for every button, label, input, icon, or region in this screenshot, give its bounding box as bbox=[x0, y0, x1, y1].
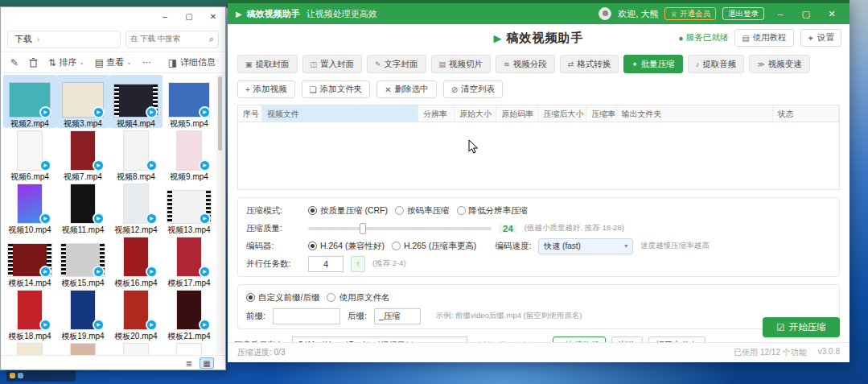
maximize-button[interactable]: ▢ bbox=[177, 7, 201, 27]
maximize-button[interactable]: ▢ bbox=[796, 9, 816, 19]
tab-insert-cover[interactable]: ◫置入封面 bbox=[302, 55, 363, 73]
col-compress-ratio[interactable]: 压缩率 bbox=[586, 105, 616, 122]
file-item[interactable]: ▶ 视频10.mp4 bbox=[3, 181, 56, 234]
file-item[interactable]: ▶ 模板20.mp4 bbox=[109, 287, 162, 341]
parallel-hint: (推荐 2-4) bbox=[372, 258, 406, 269]
delete-selected-button[interactable]: ✕删除选中 bbox=[376, 81, 436, 98]
file-item[interactable]: ▶ bbox=[162, 341, 214, 355]
tab-extract-cover[interactable]: ▣提取封面 bbox=[237, 55, 298, 73]
col-compressed-size[interactable]: 压缩后大小 bbox=[538, 105, 586, 122]
col-resolution[interactable]: 分辨率 bbox=[418, 105, 455, 122]
file-item[interactable]: ▶ 模板14.mp4 bbox=[3, 234, 56, 287]
file-item[interactable]: ▶ 视频9.mp4 bbox=[162, 128, 214, 181]
tab-text-cover[interactable]: ✎文字封面 bbox=[367, 55, 426, 73]
tab-batch-compress[interactable]: ✦批量压缩 bbox=[623, 55, 683, 73]
suffix-input[interactable] bbox=[374, 308, 421, 324]
col-status[interactable]: 状态 bbox=[773, 105, 839, 122]
scrollbar[interactable] bbox=[216, 75, 224, 353]
tab-video-segment[interactable]: ≋视频分段 bbox=[496, 55, 555, 73]
prefix-input[interactable] bbox=[273, 308, 340, 324]
view-menu[interactable]: ▤ 查看 ⌄ bbox=[95, 56, 132, 68]
file-item[interactable]: ▶ bbox=[109, 341, 162, 355]
avatar[interactable] bbox=[599, 7, 611, 20]
close-button[interactable]: ✕ bbox=[201, 7, 225, 27]
stepper-up-icon[interactable]: ↑ bbox=[351, 256, 365, 272]
play-badge-icon: ▶ bbox=[39, 213, 51, 225]
breadcrumb[interactable]: 下载 › bbox=[7, 31, 121, 48]
file-item[interactable]: ▶ 模板17.mp4 bbox=[162, 234, 214, 287]
minimize-button[interactable]: – bbox=[771, 9, 790, 19]
scrollbar-thumb[interactable] bbox=[218, 76, 222, 151]
progress-text: 压缩进度: 0/3 bbox=[237, 347, 285, 358]
tab-video-slice[interactable]: ▤视频切片 bbox=[431, 55, 492, 73]
add-video-button[interactable]: +添加视频 bbox=[237, 81, 295, 98]
guide-button[interactable]: ▤ 使用教程 bbox=[734, 29, 793, 47]
vip-upgrade-button[interactable]: ♕ 开通会员 bbox=[664, 7, 716, 20]
file-item[interactable]: ▶ bbox=[56, 341, 109, 355]
file-item[interactable]: ▶ 视频3.mp4 bbox=[56, 75, 109, 128]
logout-button[interactable]: 退出登录 bbox=[722, 7, 764, 20]
play-badge-icon: ▶ bbox=[146, 319, 158, 331]
tab-format-convert[interactable]: ⇄格式转换 bbox=[560, 55, 619, 73]
file-item[interactable]: ▶ 视频12.mp4 bbox=[109, 181, 162, 234]
col-output-folder[interactable]: 输出文件夹 bbox=[617, 105, 773, 122]
file-item[interactable]: ▶ 视频2.mp4 bbox=[3, 75, 56, 128]
clear-list-button[interactable]: ⊘清空列表 bbox=[443, 81, 503, 98]
quality-slider[interactable] bbox=[308, 227, 492, 230]
file-item[interactable]: ▶ bbox=[3, 341, 56, 355]
details-pane-toggle[interactable]: ◨ 详细信息 bbox=[168, 56, 216, 68]
file-item[interactable]: ▶ 模板18.mp4 bbox=[3, 287, 56, 341]
col-original-size[interactable]: 原始大小 bbox=[455, 105, 496, 122]
col-original-bitrate[interactable]: 原始码率 bbox=[496, 105, 538, 122]
play-badge-icon: ▶ bbox=[199, 106, 211, 118]
thumbnail-view-icon[interactable]: ▦ bbox=[200, 357, 214, 369]
search-placeholder: 在 下载 中搜索 bbox=[130, 34, 180, 44]
col-video-file[interactable]: 视频文件 bbox=[262, 105, 418, 122]
more-menu[interactable]: ⋯ bbox=[142, 57, 151, 68]
tab-extract-audio[interactable]: ♪提取音频 bbox=[688, 55, 745, 73]
close-button[interactable]: ✕ bbox=[822, 9, 841, 19]
video-thumbnail: ▶ bbox=[3, 76, 56, 117]
video-thumbnail: ▶ bbox=[3, 130, 56, 170]
taskbar-weather-widget[interactable] bbox=[6, 370, 76, 382]
start-compress-button[interactable]: ☑ 开始压缩 bbox=[763, 317, 840, 337]
file-item[interactable]: ▶ 模板15.mp4 bbox=[56, 234, 109, 287]
radio-bitrate-mode[interactable]: 按码率压缩 bbox=[395, 205, 450, 217]
radio-original-name[interactable]: 使用原文件名 bbox=[327, 292, 389, 303]
slider-handle[interactable] bbox=[360, 223, 366, 234]
radio-custom-naming[interactable]: 自定义前缀/后缀 bbox=[246, 292, 319, 303]
search-input[interactable]: 在 下载 中搜索 ⌕ bbox=[125, 31, 219, 48]
col-index[interactable]: 序号 bbox=[238, 105, 262, 122]
file-item[interactable]: ▶ 模板16.mp4 bbox=[109, 234, 162, 287]
radio-resolution-mode[interactable]: 降低分辨率压缩 bbox=[457, 205, 529, 217]
parallel-input[interactable] bbox=[308, 256, 343, 272]
table-body-empty[interactable] bbox=[238, 122, 839, 189]
breadcrumb-folder[interactable]: 下载 bbox=[14, 33, 32, 45]
rename-icon[interactable]: ✎ bbox=[10, 57, 19, 68]
details-view-icon[interactable]: ≣ bbox=[182, 357, 196, 369]
tab-video-speed[interactable]: ≫视频变速 bbox=[749, 55, 809, 73]
sort-menu[interactable]: ⇅ 排序 ⌄ bbox=[48, 56, 84, 68]
file-item[interactable]: ▶ 视频6.mp4 bbox=[3, 128, 56, 181]
search-icon: ⌕ bbox=[209, 34, 214, 44]
file-item[interactable]: ▶ 视频13.mp4 bbox=[162, 181, 214, 234]
speed-select[interactable]: 快速 (fast) ▾ bbox=[538, 238, 633, 254]
clear-icon: ⊘ bbox=[451, 85, 458, 94]
file-item[interactable]: ▶ 视频11.mp4 bbox=[56, 181, 109, 234]
trash-icon[interactable] bbox=[29, 58, 38, 68]
file-item[interactable]: ▶ 视频8.mp4 bbox=[109, 128, 162, 181]
radio-h265[interactable]: H.265 (压缩率更高) bbox=[392, 241, 476, 252]
file-item[interactable]: ▶ 模板19.mp4 bbox=[56, 287, 109, 341]
video-thumbnail: ▶ bbox=[109, 342, 162, 355]
settings-button[interactable]: ✦ 设置 bbox=[800, 29, 841, 47]
radio-crf-mode[interactable]: 按质量压缩 (CRF) bbox=[308, 205, 388, 217]
tab-icon: ≋ bbox=[504, 60, 510, 68]
file-item[interactable]: ▶ 模板21.mp4 bbox=[162, 287, 214, 341]
radio-h264[interactable]: H.264 (兼容性好) bbox=[308, 241, 385, 252]
file-item[interactable]: ▶ 视频4.mp4 bbox=[109, 75, 162, 128]
minimize-button[interactable]: – bbox=[153, 7, 177, 27]
video-thumbnail: ▶ bbox=[3, 289, 56, 329]
add-folder-button[interactable]: ❏添加文件夹 bbox=[302, 81, 370, 98]
file-item[interactable]: ▶ 视频7.mp4 bbox=[56, 128, 109, 181]
file-item[interactable]: ▶ 视频5.mp4 bbox=[162, 75, 214, 128]
